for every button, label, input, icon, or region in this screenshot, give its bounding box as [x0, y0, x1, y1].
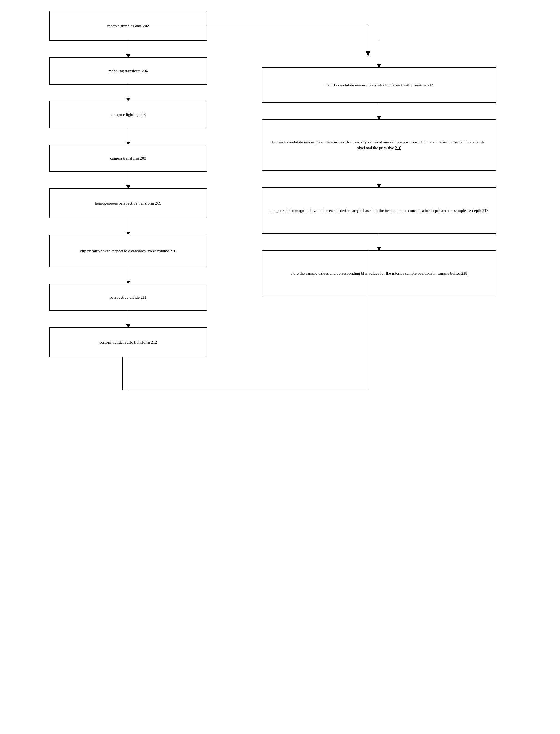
diagram-container: receive graphics data 202 modeling trans… [0, 0, 560, 401]
left-column: receive graphics data 202 modeling trans… [16, 11, 240, 390]
arrow-210-211 [128, 267, 128, 284]
box-216-text: For each candidate render pixel: determi… [269, 139, 489, 151]
box-202-text: receive graphics data 202 [107, 23, 149, 29]
arrowhead-217-218 [377, 247, 381, 250]
box-210-text: clip primitive with respect to a canonic… [80, 248, 176, 254]
arrowhead-209-210 [126, 231, 130, 235]
box-modeling-transform: modeling transform 204 [49, 57, 207, 85]
box-determine-color-intensity: For each candidate render pixel: determi… [262, 119, 496, 171]
arrowhead-in-214 [377, 64, 381, 68]
box-204-text: modeling transform 204 [109, 68, 148, 74]
arrowhead-216-217 [377, 184, 381, 188]
box-217-text: compute a blur magnitude value for each … [270, 208, 488, 213]
arrowhead-210-211 [126, 281, 130, 284]
box-218-text: store the sample values and correspondin… [291, 270, 467, 276]
arrow-208-209 [128, 172, 128, 188]
arrowhead-208-209 [126, 185, 130, 188]
arrow-202-204 [128, 41, 128, 57]
box-receive-graphics-data: receive graphics data 202 [49, 11, 207, 41]
arrowhead-202-204 [126, 54, 130, 58]
box-214-text: identify candidate render pixels which i… [324, 82, 433, 88]
arrow-212-out [128, 357, 128, 390]
box-208-text: camera transform 208 [110, 155, 146, 161]
box-212-text: perform render scale transform 212 [99, 339, 157, 345]
arrow-206-208 [128, 128, 128, 144]
box-identify-candidate-pixels: identify candidate render pixels which i… [262, 67, 496, 103]
arrow-214-216 [379, 103, 379, 119]
arrow-216-217 [379, 171, 379, 187]
right-column: identify candidate render pixels which i… [256, 11, 502, 390]
box-clip-primitive: clip primitive with respect to a canonic… [49, 234, 207, 267]
box-compute-lighting: compute lighting 206 [49, 101, 207, 128]
arrow-209-210 [128, 218, 128, 234]
arrowhead-211-212 [126, 324, 130, 327]
box-render-scale-transform: perform render scale transform 212 [49, 327, 207, 357]
box-camera-transform: camera transform 208 [49, 144, 207, 172]
arrow-in-214 [379, 41, 379, 67]
box-211-text: perspective divide 211 [110, 294, 146, 300]
arrowhead-204-206 [126, 98, 130, 101]
box-perspective-divide: perspective divide 211 [49, 284, 207, 311]
arrow-204-206 [128, 85, 128, 101]
arrowhead-214-216 [377, 116, 381, 119]
box-compute-blur-magnitude: compute a blur magnitude value for each … [262, 187, 496, 234]
arrowhead-206-208 [126, 141, 130, 145]
arrow-211-212 [128, 311, 128, 327]
arrow-217-218 [379, 234, 379, 250]
box-209-text: homogeneous perspective transform 209 [95, 200, 161, 206]
box-homogeneous-perspective-transform: homogeneous perspective transform 209 [49, 188, 207, 218]
box-store-sample-values: store the sample values and correspondin… [262, 250, 496, 296]
box-206-text: compute lighting 206 [111, 112, 146, 118]
